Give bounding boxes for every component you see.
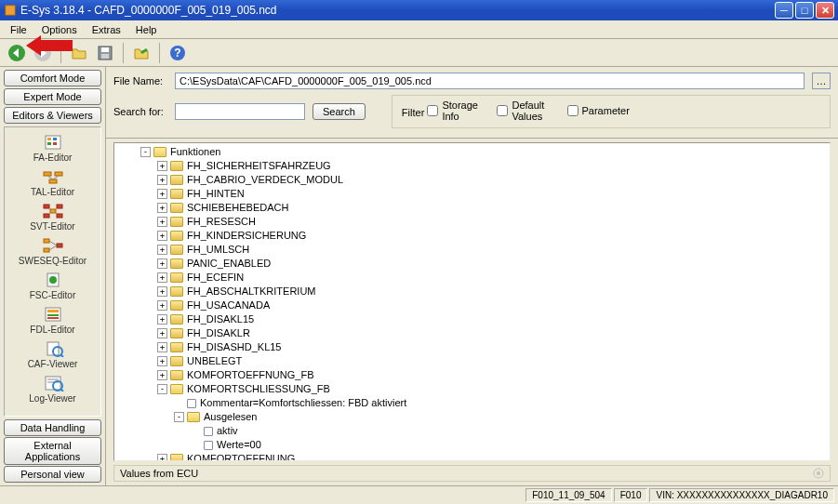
tree-node[interactable]: +KOMFORTOEFFNUNG bbox=[140, 452, 830, 461]
tree-expander[interactable]: + bbox=[157, 300, 167, 311]
filter-legend: Filter bbox=[402, 107, 424, 118]
tool-caf-viewer[interactable]: CAF-Viewer bbox=[5, 338, 100, 372]
svg-rect-33 bbox=[47, 317, 59, 319]
tree-node[interactable]: +KOMFORTOEFFNUNG_FB bbox=[140, 368, 830, 382]
tool-log-viewer[interactable]: Log-Viewer bbox=[5, 372, 100, 406]
tool-fdl-editor[interactable]: FDL-Editor bbox=[5, 303, 100, 338]
tree-node[interactable]: +FH_CABRIO_VERDECK_MODUL bbox=[140, 173, 830, 187]
tree-expander[interactable]: + bbox=[157, 203, 167, 213]
file-name-label: File Name: bbox=[113, 75, 167, 86]
browse-button[interactable]: … bbox=[812, 73, 831, 89]
tree-node[interactable]: aktiv bbox=[140, 424, 830, 438]
tree-expander[interactable]: + bbox=[157, 356, 167, 366]
tree-expander[interactable]: + bbox=[157, 328, 167, 338]
mode-editors[interactable]: Editors & Viewers bbox=[4, 107, 101, 124]
tree-node[interactable]: +FH_UMLSCH bbox=[140, 243, 830, 257]
menu-file[interactable]: File bbox=[4, 22, 33, 37]
open-button[interactable] bbox=[68, 42, 90, 64]
tree-expander[interactable]: + bbox=[157, 314, 167, 325]
folder-icon bbox=[170, 259, 183, 269]
svg-line-27 bbox=[49, 245, 57, 250]
btn-data-handling[interactable]: Data Handling bbox=[4, 419, 101, 436]
leaf-icon bbox=[204, 441, 213, 450]
tree-node[interactable]: +FH_KINDERSICHERUNG bbox=[140, 229, 830, 243]
tree-expander[interactable]: - bbox=[140, 147, 151, 157]
tree-expander[interactable]: + bbox=[157, 217, 167, 227]
menu-extras[interactable]: Extras bbox=[86, 22, 127, 37]
tool-sweseq-editor[interactable]: SWESEQ-Editor bbox=[5, 234, 100, 269]
tree-node[interactable]: Kommentar=Komfortschliessen: FBD aktivie… bbox=[140, 396, 830, 410]
forward-button[interactable] bbox=[32, 42, 54, 64]
svg-rect-31 bbox=[47, 310, 59, 312]
folder-icon bbox=[170, 370, 183, 380]
mode-comfort[interactable]: Comfort Mode bbox=[4, 70, 101, 86]
tree-expander[interactable]: + bbox=[157, 370, 167, 380]
tree-expander[interactable]: - bbox=[174, 412, 184, 422]
tree-node[interactable]: +FH_DISAKLR bbox=[140, 326, 830, 340]
close-button[interactable]: ✕ bbox=[816, 2, 834, 19]
tree-expander[interactable]: + bbox=[157, 161, 167, 171]
tree-node[interactable]: +FH_ECEFIN bbox=[140, 271, 830, 285]
tree-node[interactable]: +FH_DISAKL15 bbox=[140, 312, 830, 326]
tool-tal-editor[interactable]: TAL-Editor bbox=[5, 166, 100, 200]
tree-expander[interactable]: + bbox=[157, 189, 167, 199]
menu-options[interactable]: Options bbox=[35, 22, 84, 37]
search-label: Search for: bbox=[113, 106, 167, 117]
floppy-icon bbox=[97, 45, 113, 61]
tree-node[interactable]: +SCHIEBEHEBEDACH bbox=[140, 201, 830, 215]
tree-node[interactable]: +UNBELEGT bbox=[140, 354, 830, 368]
back-button[interactable] bbox=[6, 42, 28, 64]
svg-text:?: ? bbox=[174, 46, 180, 60]
menu-help[interactable]: Help bbox=[129, 22, 164, 37]
folder-icon bbox=[153, 147, 166, 157]
filter-default-values[interactable]: Default Values bbox=[497, 99, 551, 122]
values-bar[interactable]: Values from ECU bbox=[113, 465, 831, 482]
tree-node[interactable]: +FH_SICHERHEITSFAHRZEUG bbox=[140, 159, 830, 173]
folder-icon bbox=[170, 384, 183, 394]
tree-node[interactable]: -Ausgelesen bbox=[140, 410, 830, 424]
tree-node[interactable]: +PANIC_ENABLED bbox=[140, 257, 830, 271]
tree-expander[interactable]: + bbox=[157, 342, 167, 352]
minimize-button[interactable]: ─ bbox=[775, 2, 793, 19]
help-button[interactable]: ? bbox=[166, 42, 189, 64]
tree-node[interactable]: -KOMFORTSCHLIESSUNG_FB bbox=[140, 382, 830, 396]
tree-expander[interactable]: + bbox=[157, 231, 167, 241]
folder-icon bbox=[170, 356, 183, 366]
tool-fsc-editor[interactable]: FSC-Editor bbox=[5, 269, 100, 303]
filter-storage-info[interactable]: Storage Info bbox=[427, 99, 481, 122]
tree-node[interactable]: -Funktionen bbox=[140, 145, 830, 159]
filter-parameter[interactable]: Parameter bbox=[567, 105, 621, 116]
tree-node[interactable]: +FH_DISASHD_KL15 bbox=[140, 340, 830, 354]
tool-label: CAF-Viewer bbox=[28, 359, 78, 369]
tool-fa-editor[interactable]: FA-Editor bbox=[5, 131, 100, 166]
tree-expander[interactable]: + bbox=[157, 259, 167, 269]
tree-expander[interactable]: + bbox=[157, 286, 167, 297]
maximize-button[interactable]: □ bbox=[795, 2, 814, 19]
btn-external-apps[interactable]: External Applications bbox=[4, 437, 101, 465]
tool-icon bbox=[40, 203, 66, 219]
tree-node[interactable]: +FH_HINTEN bbox=[140, 187, 830, 201]
tree-spacer bbox=[191, 426, 201, 436]
tree-expander[interactable]: + bbox=[157, 272, 167, 283]
tree-expander[interactable]: - bbox=[157, 384, 167, 394]
tree-view[interactable]: -Funktionen+FH_SICHERHEITSFAHRZEUG+FH_CA… bbox=[113, 142, 831, 461]
tree-expander[interactable]: + bbox=[157, 175, 167, 185]
tree-label: PANIC_ENABLED bbox=[187, 257, 271, 271]
mode-expert[interactable]: Expert Mode bbox=[4, 88, 101, 105]
svg-rect-10 bbox=[53, 138, 57, 140]
btn-personal-view[interactable]: Personal view bbox=[4, 466, 101, 483]
tool-svt-editor[interactable]: SVT-Editor bbox=[5, 200, 100, 234]
edit-button[interactable] bbox=[130, 42, 153, 64]
tree-node[interactable]: +FH_USACANADA bbox=[140, 298, 830, 312]
search-input[interactable] bbox=[175, 103, 305, 120]
tree-expander[interactable]: + bbox=[157, 245, 167, 255]
save-button[interactable] bbox=[94, 42, 116, 64]
tree-node[interactable]: +FH_ABSCHALTKRITERIUM bbox=[140, 285, 830, 298]
tree-expander[interactable]: + bbox=[157, 454, 167, 461]
search-button[interactable]: Search bbox=[313, 103, 366, 120]
status-cell-3: VIN: XXXXXXXXXXXXXXX_DIAGADR10 bbox=[649, 488, 834, 502]
tree-node[interactable]: +FH_RESESCH bbox=[140, 215, 830, 229]
tree-node[interactable]: Werte=00 bbox=[140, 438, 830, 452]
file-name-input[interactable] bbox=[175, 73, 805, 89]
svg-point-43 bbox=[817, 471, 820, 475]
